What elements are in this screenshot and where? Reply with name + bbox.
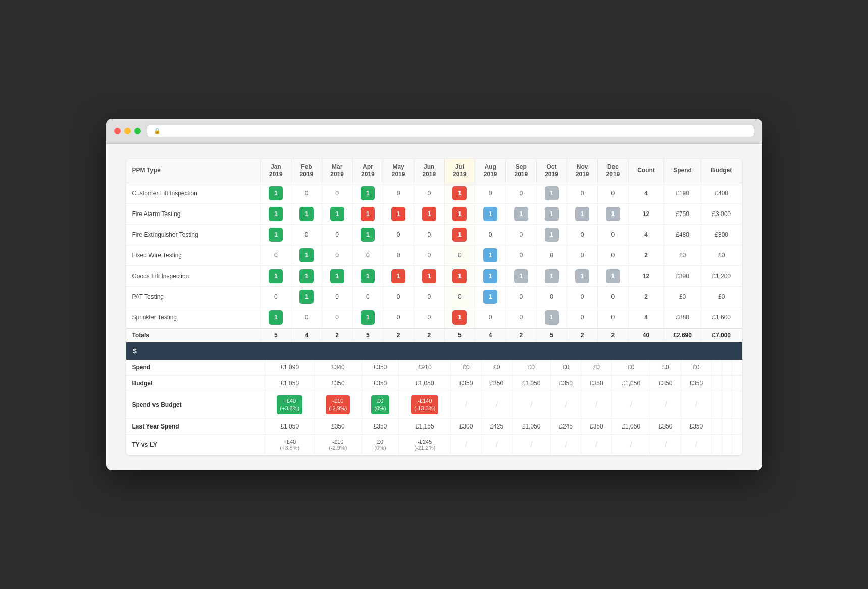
row-label: Sprinkler Testing <box>126 307 261 328</box>
cell-3-5: 0 <box>414 245 444 265</box>
budget-cell-3-6: £1,050 <box>512 419 550 435</box>
minimize-button[interactable] <box>124 128 131 134</box>
svb-slash-8: / <box>581 391 612 419</box>
cell-2-9: 1 <box>536 224 567 245</box>
cell-2-11: 0 <box>598 224 629 245</box>
budget-cell-0-3: £910 <box>399 360 451 376</box>
count-cell: 4 <box>628 307 664 328</box>
budget-empty3-3 <box>732 419 742 435</box>
count-cell: 4 <box>628 183 664 203</box>
cell-0-3: 1 <box>352 183 383 203</box>
budget-row-0: Spend£1,090£340£350£910£0£0£0£0£0£0£0£0 <box>126 360 742 376</box>
cell-3-11: 0 <box>598 245 629 265</box>
budget-cell-1-0: £1,050 <box>265 375 315 391</box>
budget-cell-1-3: £1,050 <box>399 375 451 391</box>
cell-3-2: 0 <box>322 245 352 265</box>
svb-empty1 <box>711 391 722 419</box>
budget-cell-3-5: £425 <box>481 419 512 435</box>
cell-4-9: 1 <box>536 265 567 286</box>
col-apr: Apr2019 <box>352 159 383 183</box>
cell-5-8: 0 <box>505 286 536 307</box>
tyvly-slash-6: / <box>512 435 550 455</box>
cell-1-8: 1 <box>505 203 536 224</box>
totals-cell-1: 4 <box>291 328 322 342</box>
col-spend: Spend <box>664 159 701 183</box>
cell-4-10: 1 <box>567 265 598 286</box>
budget-table: Spend£1,090£340£350£910£0£0£0£0£0£0£0£0B… <box>126 360 742 456</box>
cell-1-1: 1 <box>291 203 322 224</box>
budget-cell-3-3: £1,155 <box>399 419 451 435</box>
cell-6-8: 0 <box>505 307 536 328</box>
budget-row-label-4: TY vs LY <box>126 435 265 455</box>
col-mar: Mar2019 <box>322 159 352 183</box>
cell-2-8: 0 <box>505 224 536 245</box>
budget-cell-0-1: £340 <box>315 360 362 376</box>
budget-cell-1-6: £1,050 <box>512 375 550 391</box>
totals-count: 40 <box>628 328 664 342</box>
cell-2-5: 0 <box>414 224 444 245</box>
cell-6-4: 0 <box>383 307 414 328</box>
cell-0-1: 0 <box>291 183 322 203</box>
close-button[interactable] <box>114 128 121 134</box>
row-label: PAT Testing <box>126 286 261 307</box>
tyvly-cell-1: -£10(-2.9%) <box>315 435 362 455</box>
row-label: Fire Extinguisher Testing <box>126 224 261 245</box>
col-oct: Oct2019 <box>536 159 567 183</box>
tyvly-slash-5: / <box>481 435 512 455</box>
col-may: May2019 <box>383 159 414 183</box>
maximize-button[interactable] <box>134 128 141 134</box>
svb-slash-4: / <box>451 391 482 419</box>
budget-empty2-1 <box>722 375 732 391</box>
budget-cell-3-2: £350 <box>362 419 399 435</box>
spend-cell: £480 <box>664 224 701 245</box>
cell-6-9: 1 <box>536 307 567 328</box>
cell-1-10: 1 <box>567 203 598 224</box>
table-header-row: PPM Type Jan2019 Feb2019 Mar2019 Apr2019… <box>126 159 742 183</box>
address-bar[interactable]: 🔒 <box>147 125 754 137</box>
row-label: Fixed Wire Testing <box>126 245 261 265</box>
cell-5-11: 0 <box>598 286 629 307</box>
cell-5-3: 0 <box>352 286 383 307</box>
col-sep: Sep2019 <box>505 159 536 183</box>
budget-cell-1-9: £1,050 <box>612 375 650 391</box>
cell-3-1: 1 <box>291 245 322 265</box>
budget-cell: £800 <box>701 224 742 245</box>
svb-slash-9: / <box>612 391 650 419</box>
budget-cell-1-11: £350 <box>681 375 712 391</box>
cell-2-3: 1 <box>352 224 383 245</box>
budget-row-label-3: Last Year Spend <box>126 419 265 435</box>
svb-empty3 <box>732 391 742 419</box>
svb-cell-2: £0(0%) <box>362 391 399 419</box>
svb-slash-10: / <box>650 391 681 419</box>
budget-cell-1-5: £350 <box>481 375 512 391</box>
spend-cell: £880 <box>664 307 701 328</box>
count-cell: 2 <box>628 286 664 307</box>
budget-cell-0-9: £0 <box>612 360 650 376</box>
budget-empty3-0 <box>732 360 742 376</box>
cell-4-2: 1 <box>322 265 352 286</box>
budget-cell-3-0: £1,050 <box>265 419 315 435</box>
budget-cell-0-7: £0 <box>550 360 581 376</box>
budget-row-2: Spend vs Budget+£40(+3.8%)-£10(-2.9%)£0(… <box>126 391 742 419</box>
cell-0-5: 0 <box>414 183 444 203</box>
cell-4-5: 1 <box>414 265 444 286</box>
budget-cell-3-9: £1,050 <box>612 419 650 435</box>
budget-cell: £1,200 <box>701 265 742 286</box>
totals-cell-6: 5 <box>444 328 475 342</box>
cell-6-11: 0 <box>598 307 629 328</box>
col-jul: Jul2019 <box>444 159 475 183</box>
table-row: Fire Extinguisher Testing1001001001004£4… <box>126 224 742 245</box>
budget-tracker-header: $ <box>126 342 742 360</box>
ppm-table: PPM Type Jan2019 Feb2019 Mar2019 Apr2019… <box>126 159 742 342</box>
totals-label: Totals <box>126 328 261 342</box>
cell-4-4: 1 <box>383 265 414 286</box>
tyvly-cell-3: -£245(-21.2%) <box>399 435 451 455</box>
svb-slash-11: / <box>681 391 712 419</box>
cell-3-8: 0 <box>505 245 536 265</box>
cell-4-6: 1 <box>444 265 475 286</box>
cell-5-4: 0 <box>383 286 414 307</box>
budget-empty1-3 <box>711 419 722 435</box>
budget-cell: £3,000 <box>701 203 742 224</box>
spend-cell: £190 <box>664 183 701 203</box>
budget-empty3-1 <box>732 375 742 391</box>
